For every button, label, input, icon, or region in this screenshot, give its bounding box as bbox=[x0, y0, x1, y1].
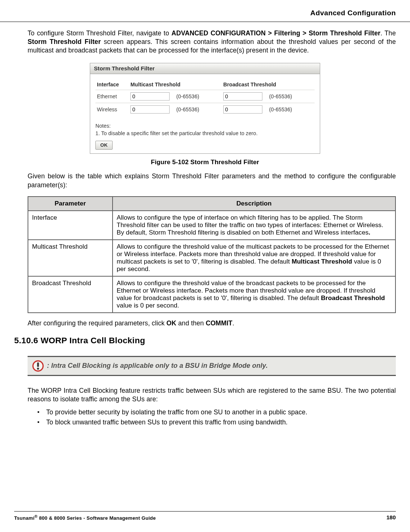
after-pre: After configuring the required parameter… bbox=[28, 319, 167, 327]
range-label: (0-65536) bbox=[269, 106, 292, 112]
header-rule bbox=[0, 22, 410, 22]
ethernet-multicast-input[interactable] bbox=[130, 92, 170, 101]
param-name: Multicast Threshold bbox=[28, 240, 113, 276]
after-ok: OK bbox=[167, 319, 176, 327]
intro-screenname: Storm Threshold Filter bbox=[28, 38, 101, 45]
note-callout: : Intra Cell Blocking is applicable only… bbox=[28, 356, 396, 376]
registered-mark: ® bbox=[35, 514, 38, 519]
range-label: (0-65536) bbox=[176, 106, 199, 112]
table-row: Wireless (0-65536) (0-65536) bbox=[95, 103, 315, 116]
col-broadcast: Broadcast Threshold bbox=[222, 79, 315, 90]
storm-threshold-panel: Storm Threshold Filter Interface Multica… bbox=[90, 63, 320, 154]
after-commit: COMMIT bbox=[206, 319, 233, 327]
param-desc: Allows to configure the threshold value … bbox=[113, 240, 395, 276]
intro-pre: To configure Storm Threshold Filter, nav… bbox=[28, 29, 171, 37]
page-number: 180 bbox=[387, 514, 396, 520]
list-item: To provide better security by isolating … bbox=[37, 407, 396, 417]
range-label: (0-65536) bbox=[269, 93, 292, 99]
note-text: : Intra Cell Blocking is applicable only… bbox=[47, 362, 268, 370]
product-name: Tsunami bbox=[14, 515, 35, 521]
param-desc: Allows to configure the threshold value … bbox=[113, 276, 395, 313]
col-interface: Interface bbox=[95, 79, 129, 90]
list-item: To block unwanted traffic between SUs to… bbox=[37, 417, 396, 427]
bullet-list: To provide better security by isolating … bbox=[28, 407, 396, 427]
page-header-title: Advanced Configuration bbox=[310, 9, 396, 17]
col-multicast: Multicast Threshold bbox=[129, 79, 222, 90]
bullet-text: To provide better security by isolating … bbox=[46, 408, 308, 416]
after-mid: and then bbox=[176, 319, 206, 327]
range-label: (0-65536) bbox=[176, 93, 199, 99]
footer-left: Tsunami® 800 & 8000 Series - Software Ma… bbox=[14, 514, 156, 521]
guide-name: 800 & 8000 Series - Software Management … bbox=[38, 515, 156, 521]
footer-rule bbox=[14, 511, 396, 512]
table-row: Multicast Threshold Allows to configure … bbox=[28, 240, 395, 276]
svg-point-2 bbox=[37, 367, 39, 369]
threshold-table: Interface Multicast Threshold Broadcast … bbox=[95, 79, 315, 116]
table-lead-paragraph: Given below is the table which explains … bbox=[14, 172, 396, 189]
alert-icon bbox=[32, 360, 44, 372]
param-name: Interface bbox=[28, 211, 113, 240]
param-col-header: Parameter bbox=[28, 197, 113, 211]
desc-bold: Broadcast Threshold bbox=[321, 294, 385, 302]
figure-caption: Figure 5-102 Storm Threshold Filter bbox=[14, 159, 396, 166]
iface-label: Ethernet bbox=[95, 90, 129, 103]
ok-button[interactable]: OK bbox=[95, 141, 113, 150]
param-desc: Allows to configure the type of interfac… bbox=[113, 211, 395, 240]
panel-title: Storm Threshold Filter bbox=[90, 63, 320, 74]
after-table-paragraph: After configuring the required parameter… bbox=[14, 319, 396, 328]
svg-rect-1 bbox=[37, 362, 39, 367]
wireless-broadcast-input[interactable] bbox=[223, 105, 262, 114]
desc-pre: Allows to configure the type of interfac… bbox=[117, 214, 384, 236]
worp-paragraph: The WORP Intra Cell Blocking feature res… bbox=[14, 386, 396, 404]
table-row: Interface Allows to configure the type o… bbox=[28, 211, 395, 240]
table-row: Ethernet (0-65536) (0-65536) bbox=[95, 90, 315, 103]
param-name: Broadcast Threshold bbox=[28, 276, 113, 313]
desc-bold: . bbox=[369, 229, 370, 236]
notes-line: 1. To disable a specific filter set the … bbox=[95, 130, 315, 137]
section-heading: 5.10.6 WORP Intra Cell Blocking bbox=[14, 336, 396, 345]
desc-col-header: Description bbox=[113, 197, 395, 211]
intro-paragraph: To configure Storm Threshold Filter, nav… bbox=[14, 29, 396, 55]
desc-bold: Multicast Threshold bbox=[291, 258, 352, 265]
table-row: Broadcast Threshold Allows to configure … bbox=[28, 276, 395, 313]
iface-label: Wireless bbox=[95, 103, 129, 116]
wireless-multicast-input[interactable] bbox=[130, 105, 170, 114]
parameter-table: Parameter Description Interface Allows t… bbox=[28, 196, 396, 313]
intro-navpath: ADVANCED CONFIGURATION > Filtering > Sto… bbox=[171, 29, 381, 37]
intro-mid: . The bbox=[381, 29, 396, 37]
ethernet-broadcast-input[interactable] bbox=[223, 92, 262, 101]
notes-header: Notes: bbox=[95, 122, 315, 130]
after-post: . bbox=[232, 319, 234, 327]
bullet-text: To block unwanted traffic between SUs to… bbox=[46, 418, 288, 426]
desc-post: value is 0 per second. bbox=[117, 302, 179, 309]
